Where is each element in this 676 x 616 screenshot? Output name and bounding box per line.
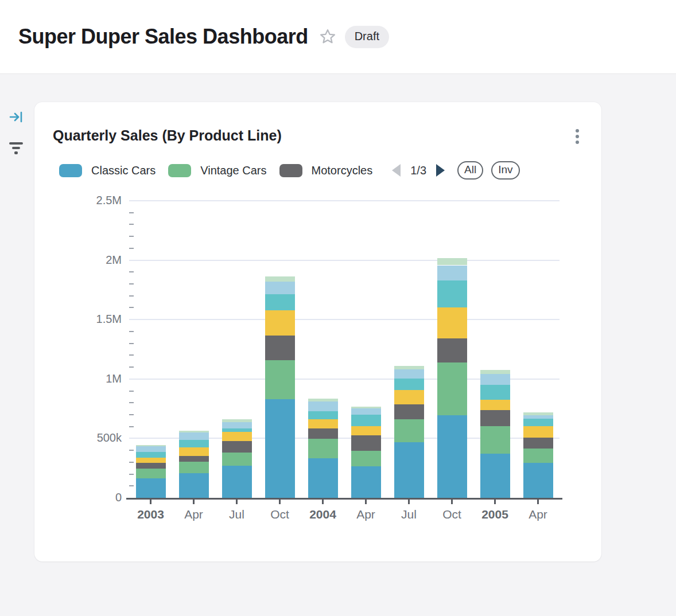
x-axis-label-oct-7: Oct <box>430 508 473 521</box>
bar-segment-motorcycles-jul-2[interactable] <box>222 441 252 453</box>
bar-segment-classic-cars-2005-8[interactable] <box>480 454 510 498</box>
bar-segment-series-5-teal-legend-page-2-oct-7[interactable] <box>437 280 467 307</box>
bar-segment-motorcycles-oct-7[interactable] <box>437 338 467 362</box>
legend-item-label: Vintage Cars <box>200 164 266 177</box>
bar-segment-series-7-light-green-legend-page-3-oct-7[interactable] <box>437 258 467 266</box>
bar-segment-motorcycles-oct-3[interactable] <box>265 336 295 360</box>
bar-segment-series-5-teal-legend-page-2-2005-8[interactable] <box>480 385 510 400</box>
x-tick <box>365 500 367 504</box>
legend-select-all-button[interactable]: All <box>457 161 483 180</box>
status-badge: Draft <box>345 26 389 48</box>
bar-segment-classic-cars-oct-7[interactable] <box>437 415 467 498</box>
bar-segment-series-7-light-green-legend-page-3-2005-8[interactable] <box>480 370 510 374</box>
bar-segment-series-7-light-green-legend-page-3-apr-9[interactable] <box>523 412 553 415</box>
y-minor-tick <box>129 402 134 403</box>
bar-segment-series-4-yellow-legend-page-2-apr-1[interactable] <box>179 447 209 457</box>
bar-segment-series-5-teal-legend-page-2-jul-2[interactable] <box>222 428 252 432</box>
bar-segment-classic-cars-jul-2[interactable] <box>222 466 252 498</box>
bar-segment-motorcycles-2005-8[interactable] <box>480 410 510 426</box>
bar-segment-classic-cars-oct-3[interactable] <box>265 399 295 498</box>
bar-segment-series-6-light-blue-legend-page-2-oct-7[interactable] <box>437 266 467 281</box>
filter-button[interactable] <box>7 139 25 157</box>
favorite-star-button[interactable] <box>318 28 337 46</box>
legend-item-motorcycles[interactable]: Motorcycles <box>279 164 373 177</box>
bar-segment-series-4-yellow-legend-page-2-2005-8[interactable] <box>480 400 510 410</box>
bar-segment-series-5-teal-legend-page-2-2003-0[interactable] <box>136 452 166 458</box>
arrow-to-line-icon <box>8 109 24 125</box>
bar-segment-classic-cars-apr-5[interactable] <box>351 466 381 498</box>
legend-next-button[interactable] <box>436 164 445 177</box>
bar-segment-series-6-light-blue-legend-page-2-jul-2[interactable] <box>222 422 252 428</box>
bar-segment-vintage-cars-apr-1[interactable] <box>179 462 209 473</box>
bar-segment-series-7-light-green-legend-page-3-jul-2[interactable] <box>222 419 252 422</box>
bar-segment-series-4-yellow-legend-page-2-jul-6[interactable] <box>394 390 424 405</box>
bar-segment-vintage-cars-jul-6[interactable] <box>394 419 424 442</box>
bar-segment-vintage-cars-apr-5[interactable] <box>351 451 381 466</box>
bar-segment-series-6-light-blue-legend-page-2-apr-5[interactable] <box>351 408 381 415</box>
bar-segment-series-7-light-green-legend-page-3-2003-0[interactable] <box>136 445 166 447</box>
bar-segment-vintage-cars-2005-8[interactable] <box>480 426 510 454</box>
bar-segment-vintage-cars-2003-0[interactable] <box>136 469 166 478</box>
bar-segment-series-5-teal-legend-page-2-apr-1[interactable] <box>179 440 209 447</box>
y-axis-label: 2M <box>34 254 122 267</box>
bar-segment-series-6-light-blue-legend-page-2-apr-9[interactable] <box>523 415 553 419</box>
bar-segment-series-5-teal-legend-page-2-2004-4[interactable] <box>308 411 338 419</box>
bar-segment-classic-cars-2003-0[interactable] <box>136 478 166 498</box>
bar-segment-vintage-cars-oct-7[interactable] <box>437 362 467 415</box>
bar-segment-vintage-cars-apr-9[interactable] <box>523 449 553 463</box>
bar-segment-motorcycles-apr-9[interactable] <box>523 438 553 449</box>
bar-segment-series-6-light-blue-legend-page-2-2004-4[interactable] <box>308 401 338 411</box>
bar-segment-classic-cars-2004-4[interactable] <box>308 458 338 498</box>
bar-segment-series-7-light-green-legend-page-3-2004-4[interactable] <box>308 399 338 401</box>
bar-segment-series-4-yellow-legend-page-2-2004-4[interactable] <box>308 419 338 428</box>
gridline-2M <box>129 260 560 261</box>
bar-segment-series-6-light-blue-legend-page-2-oct-3[interactable] <box>265 282 295 294</box>
x-axis-label-apr-5: Apr <box>344 508 387 521</box>
y-minor-tick <box>129 414 134 415</box>
bar-segment-motorcycles-2004-4[interactable] <box>308 428 338 439</box>
bar-segment-series-7-light-green-legend-page-3-apr-1[interactable] <box>179 431 209 432</box>
legend-item-label: Motorcycles <box>312 164 373 177</box>
bar-segment-series-4-yellow-legend-page-2-oct-3[interactable] <box>265 310 295 336</box>
bar-segment-vintage-cars-oct-3[interactable] <box>265 360 295 399</box>
bar-segment-series-6-light-blue-legend-page-2-apr-1[interactable] <box>179 432 209 440</box>
bar-segment-series-4-yellow-legend-page-2-jul-2[interactable] <box>222 432 252 441</box>
y-minor-tick <box>129 354 134 356</box>
legend-item-vintage-cars[interactable]: Vintage Cars <box>168 164 266 177</box>
bar-segment-motorcycles-jul-6[interactable] <box>394 404 424 419</box>
bar-segment-classic-cars-apr-1[interactable] <box>179 473 209 498</box>
gridline-1.5M <box>129 319 560 320</box>
bar-segment-series-5-teal-legend-page-2-oct-3[interactable] <box>265 294 295 310</box>
bar-segment-vintage-cars-2004-4[interactable] <box>308 439 338 458</box>
legend-invert-button[interactable]: Inv <box>491 161 519 180</box>
bar-segment-series-4-yellow-legend-page-2-apr-5[interactable] <box>351 426 381 435</box>
legend-item-classic-cars[interactable]: Classic Cars <box>59 164 156 177</box>
bar-segment-series-4-yellow-legend-page-2-2003-0[interactable] <box>136 458 166 463</box>
bar-segment-motorcycles-apr-5[interactable] <box>351 435 381 451</box>
card-menu-button[interactable] <box>568 125 586 148</box>
bar-segment-motorcycles-apr-1[interactable] <box>179 456 209 461</box>
bar-segment-motorcycles-2003-0[interactable] <box>136 463 166 469</box>
y-axis-label: 1.5M <box>34 313 122 326</box>
bar-segment-series-5-teal-legend-page-2-apr-5[interactable] <box>351 415 381 426</box>
bar-segment-series-5-teal-legend-page-2-apr-9[interactable] <box>523 419 553 426</box>
y-minor-tick <box>129 426 134 427</box>
bar-segment-series-6-light-blue-legend-page-2-2003-0[interactable] <box>136 446 166 452</box>
bar-segment-classic-cars-jul-6[interactable] <box>394 442 424 498</box>
bar-segment-classic-cars-apr-9[interactable] <box>523 463 553 498</box>
bar-segment-vintage-cars-jul-2[interactable] <box>222 453 252 466</box>
expand-sidebar-button[interactable] <box>7 108 25 126</box>
bar-segment-series-4-yellow-legend-page-2-oct-7[interactable] <box>437 307 467 338</box>
y-minor-tick <box>129 367 134 368</box>
bar-segment-series-7-light-green-legend-page-3-oct-3[interactable] <box>265 276 295 282</box>
bar-segment-series-5-teal-legend-page-2-jul-6[interactable] <box>394 379 424 390</box>
y-minor-tick <box>129 331 134 332</box>
legend-prev-button[interactable] <box>392 164 401 177</box>
y-minor-tick <box>129 283 134 284</box>
bar-segment-series-6-light-blue-legend-page-2-jul-6[interactable] <box>394 369 424 379</box>
filter-icon <box>9 142 23 154</box>
bar-segment-series-7-light-green-legend-page-3-jul-6[interactable] <box>394 366 424 369</box>
bar-segment-series-7-light-green-legend-page-3-apr-5[interactable] <box>351 407 381 408</box>
bar-segment-series-4-yellow-legend-page-2-apr-9[interactable] <box>523 426 553 437</box>
bar-segment-series-6-light-blue-legend-page-2-2005-8[interactable] <box>480 374 510 385</box>
